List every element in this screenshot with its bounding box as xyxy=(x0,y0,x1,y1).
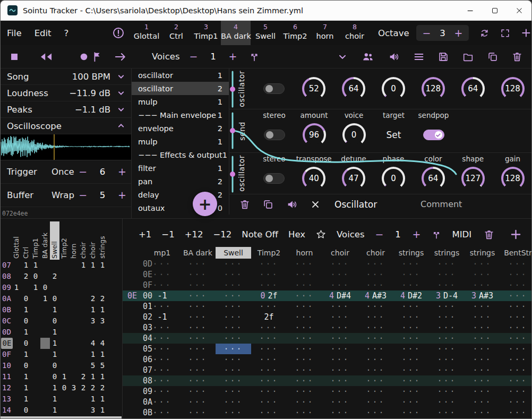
pattern-cell[interactable]: ··· xyxy=(180,365,216,375)
toggle-stereo[interactable] xyxy=(264,130,285,140)
song-col-header-ba-dark[interactable]: BA dark xyxy=(41,233,49,259)
song-grid-cell[interactable]: 1 xyxy=(79,260,88,271)
song-grid-cell[interactable]: 2 xyxy=(79,382,88,394)
toggle-unit[interactable] xyxy=(263,83,285,94)
comment-field[interactable]: Comment xyxy=(421,199,462,209)
pattern-cell[interactable]: ··· xyxy=(322,322,358,333)
song-grid-cell[interactable]: 1 xyxy=(88,260,98,271)
chevron-down-icon[interactable] xyxy=(337,51,348,63)
pattern-cell[interactable]: ··· xyxy=(287,354,322,365)
pattern-cell[interactable]: ··· xyxy=(465,407,500,418)
pattern-cell[interactable]: ··· xyxy=(251,280,287,290)
pattern-cell[interactable]: ··· xyxy=(429,386,465,397)
pattern-cell[interactable]: ··· xyxy=(393,322,429,333)
pattern-cell[interactable]: ··· xyxy=(500,312,531,322)
pattern-cell[interactable]: ··· xyxy=(465,344,500,354)
pattern-cell[interactable]: -1 xyxy=(144,312,180,322)
song-grid-cell[interactable]: 3 xyxy=(98,315,107,327)
pattern-cell[interactable]: ··· xyxy=(465,365,500,375)
pattern-cell[interactable]: ··· xyxy=(251,407,287,418)
unit-list-item[interactable]: oscillator1 xyxy=(132,69,229,82)
copy-unit-icon[interactable] xyxy=(262,199,274,210)
pattern-cell[interactable]: ··· xyxy=(429,312,465,322)
pattern-cell[interactable]: ··· xyxy=(322,259,358,269)
song-grid-cell[interactable]: 3 xyxy=(88,315,98,327)
song-grid-cell[interactable]: 2 xyxy=(50,271,59,282)
pattern-cell[interactable]: ··· xyxy=(180,269,216,280)
pattern-cell[interactable]: ··· xyxy=(393,344,429,354)
track-tab-timp2[interactable]: 6Timp2 xyxy=(280,21,310,45)
song-grid-cell[interactable]: 1 xyxy=(21,371,31,382)
unit-list-item[interactable]: pan2 xyxy=(132,175,229,188)
pattern-cell[interactable]: ··· xyxy=(358,322,393,333)
pattern-cell[interactable]: ··· xyxy=(216,354,251,365)
pattern-cell[interactable]: ··· xyxy=(144,375,180,386)
song-grid-cell[interactable]: 1 xyxy=(50,327,59,338)
song-grid-cell[interactable]: 1 xyxy=(40,293,50,304)
song-grid-cell[interactable]: 1 xyxy=(50,382,59,394)
song-grid-cell[interactable]: 1 xyxy=(50,394,59,405)
add-unit-button[interactable]: + xyxy=(193,192,217,216)
pattern-cell[interactable]: ··· xyxy=(429,397,465,407)
pattern-cell[interactable]: ··· xyxy=(500,354,531,365)
pattern-cell[interactable]: ··· xyxy=(393,407,429,418)
oscilloscope-row[interactable]: Oscilloscope xyxy=(1,118,131,134)
song-grid-cell[interactable]: 5 xyxy=(98,360,107,371)
pattern-cell[interactable]: ··· xyxy=(429,269,465,280)
song-grid-cell[interactable]: 0 xyxy=(50,360,59,371)
pattern-cell[interactable]: ··· xyxy=(287,397,322,407)
pattern-cell[interactable]: ··· xyxy=(180,344,216,354)
pattern-cell[interactable]: ··· xyxy=(322,365,358,375)
pattern-cell[interactable]: ··· xyxy=(358,301,393,312)
track-tab-glottal[interactable]: 1Glottal xyxy=(132,21,161,45)
menu-edit[interactable]: Edit xyxy=(28,28,58,38)
pattern-cell[interactable]: ··· xyxy=(358,386,393,397)
pattern-cell[interactable]: ··· xyxy=(216,365,251,375)
pattern-cell[interactable]: ··· xyxy=(144,301,180,312)
pattern-cell[interactable]: ··· xyxy=(216,344,251,354)
pattern-cell[interactable]: ··· xyxy=(500,301,531,312)
pattern-cell[interactable]: ··· xyxy=(144,407,180,418)
pattern-cell[interactable]: ··· xyxy=(500,397,531,407)
pattern-cell[interactable]: ··· xyxy=(500,375,531,386)
toggle-stereo[interactable] xyxy=(263,173,285,184)
pattern-cell[interactable]: ··· xyxy=(465,280,500,290)
knob-transpose[interactable]: 40 xyxy=(302,167,325,190)
song-col-header-glottal[interactable]: Glottal xyxy=(12,236,20,259)
pattern-cell[interactable]: ··· xyxy=(216,375,251,386)
pattern-cell[interactable]: ··· xyxy=(358,333,393,344)
song-grid-cell[interactable]: 1 xyxy=(98,394,107,405)
pattern-cell[interactable]: ··· xyxy=(180,301,216,312)
minimize-button[interactable] xyxy=(458,1,483,20)
warning-icon[interactable] xyxy=(112,27,125,41)
pattern-cell[interactable]: ··· xyxy=(216,397,251,407)
chevron-down-icon[interactable] xyxy=(116,104,126,115)
pattern-cell[interactable]: ··· xyxy=(465,354,500,365)
pattern-cell[interactable]: ··· xyxy=(500,290,531,301)
pattern-cell[interactable]: ··· xyxy=(393,397,429,407)
knob-param[interactable]: 0 xyxy=(382,77,405,100)
pattern-cell[interactable]: ··· xyxy=(429,301,465,312)
pattern-cell[interactable]: ··· xyxy=(465,322,500,333)
record-icon[interactable] xyxy=(79,52,89,62)
disable-unit-icon[interactable] xyxy=(310,199,321,210)
track-tab-ctrl[interactable]: 2Ctrl xyxy=(161,21,191,45)
song-grid-cell[interactable]: 1 xyxy=(98,349,107,360)
song-grid-cell[interactable]: 2 xyxy=(88,293,98,304)
toggle-sendpop[interactable] xyxy=(423,130,444,140)
pattern-cell[interactable]: ··· xyxy=(144,259,180,269)
pattern-cell[interactable]: ··· xyxy=(465,259,500,269)
pattern-cell[interactable]: ··· xyxy=(358,375,393,386)
pattern-cell[interactable]: ··· xyxy=(322,344,358,354)
flag-icon[interactable] xyxy=(91,51,103,63)
pattern-cell[interactable]: ··· xyxy=(251,375,287,386)
song-grid-cell[interactable]: 1 xyxy=(50,338,59,349)
stop-icon[interactable] xyxy=(8,51,20,63)
pattern-cell[interactable]: ··· xyxy=(429,333,465,344)
pattern-cell[interactable]: ··· xyxy=(180,333,216,344)
knob-color[interactable]: 64 xyxy=(422,167,445,190)
unit-list-item[interactable]: −−− Effects & output1 xyxy=(132,148,229,161)
song-grid-cell[interactable]: 0 xyxy=(21,360,31,371)
pattern-cell[interactable]: ··· xyxy=(216,301,251,312)
unit-list-item[interactable]: mulp1 xyxy=(132,135,229,148)
